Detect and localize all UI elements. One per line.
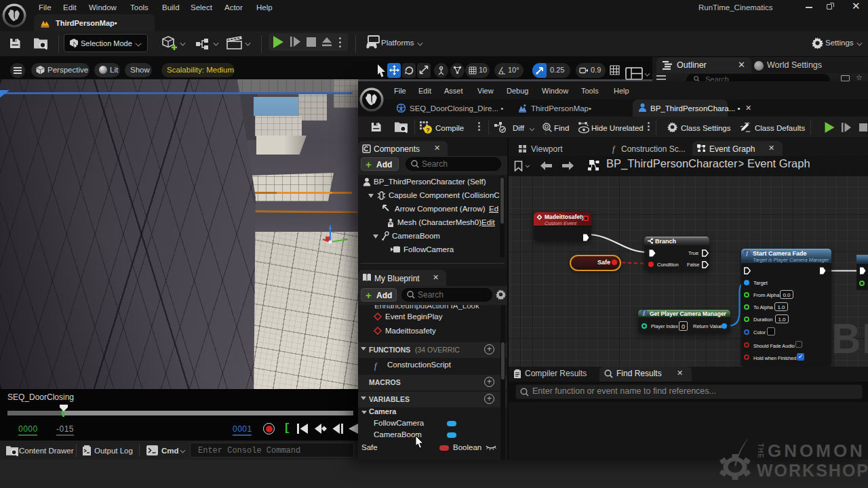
svg-text:?: ? bbox=[426, 127, 430, 134]
